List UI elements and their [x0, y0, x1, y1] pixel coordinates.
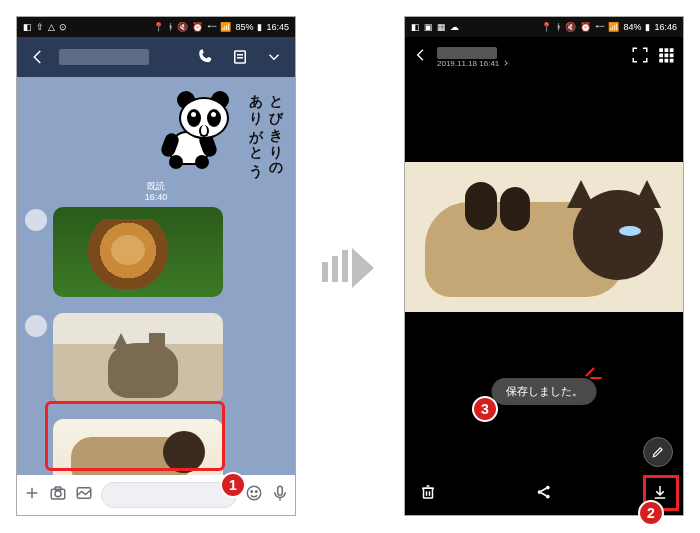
- signal-icon: 📶: [220, 22, 231, 32]
- svg-rect-30: [665, 48, 669, 52]
- add-button[interactable]: [23, 484, 41, 506]
- status-left-icons: ◧ ⇧ △ ⊙: [23, 22, 67, 32]
- mute-icon: 🔇: [565, 22, 576, 32]
- svg-point-24: [247, 486, 261, 500]
- phone-chat-screen: ◧ ⇧ △ ⊙ 📍 ᚼ 🔇 ⏰ ⬳ 📶 85% ▮ 16:45: [16, 16, 296, 516]
- call-button[interactable]: [193, 48, 219, 66]
- back-button[interactable]: [413, 47, 429, 67]
- bluetooth-icon: ᚼ: [168, 22, 173, 32]
- chat-header: [17, 37, 295, 77]
- svg-rect-31: [670, 48, 674, 52]
- image-thumbnail-tabby-cat[interactable]: [53, 313, 223, 403]
- menu-button[interactable]: [261, 48, 287, 66]
- status-bar: ◧ ▣ ▦ ☁ 📍 ᚼ 🔇 ⏰ ⬳ 📶 84% ▮ 16:46: [405, 17, 683, 37]
- fullscreen-button[interactable]: [631, 46, 649, 68]
- image-message-1[interactable]: 16:41: [53, 207, 289, 297]
- image-message-2[interactable]: 16:41: [53, 313, 289, 403]
- svg-rect-33: [665, 54, 669, 58]
- svg-rect-32: [659, 54, 663, 58]
- svg-rect-34: [670, 54, 674, 58]
- battery-icon: ▮: [257, 22, 262, 32]
- bluetooth-icon: ᚼ: [556, 22, 561, 32]
- notification-icon: ◧: [411, 22, 420, 32]
- notification-icon: ◧: [23, 22, 32, 32]
- tutorial-badge-3: 3: [472, 396, 498, 422]
- full-image-siamese-cat[interactable]: [405, 162, 683, 312]
- status-left-icons: ◧ ▣ ▦ ☁: [411, 22, 459, 32]
- tutorial-badge-2: 2: [638, 500, 664, 526]
- status-right-icons: 📍 ᚼ 🔇 ⏰ ⬳ 📶 85% ▮ 16:45: [153, 22, 289, 32]
- lock-icon: △: [48, 22, 55, 32]
- gallery-button[interactable]: [75, 484, 93, 506]
- message-input[interactable]: [101, 482, 237, 508]
- sender-name-redacted: [437, 47, 497, 59]
- edit-button[interactable]: [643, 437, 673, 467]
- delete-button[interactable]: [419, 483, 437, 505]
- camera-button[interactable]: [49, 484, 67, 506]
- location-icon: 📍: [153, 22, 164, 32]
- status-right-icons: 📍 ᚼ 🔇 ⏰ ⬳ 📶 84% ▮ 16:46: [541, 22, 677, 32]
- clock-text: 16:46: [654, 22, 677, 32]
- panda-sticker: [159, 89, 239, 169]
- svg-line-46: [541, 488, 546, 491]
- image-viewer-header: 2019.11.18 16:41: [405, 37, 683, 77]
- alarm-icon: ⏰: [580, 22, 591, 32]
- svg-rect-27: [278, 486, 283, 495]
- battery-text: 85%: [235, 22, 253, 32]
- gallery-status-icon: ▦: [437, 22, 446, 32]
- wifi-icon: ⬳: [207, 22, 216, 32]
- app-icon: ▣: [424, 22, 433, 32]
- svg-point-25: [251, 491, 253, 493]
- settings-icon: ⊙: [59, 22, 67, 32]
- battery-icon: ▮: [645, 22, 650, 32]
- voice-button[interactable]: [271, 484, 289, 506]
- signal-icon: 📶: [608, 22, 619, 32]
- sticker-text: とびきりのありがとう: [246, 85, 285, 170]
- svg-rect-37: [670, 59, 674, 63]
- chat-input-bar: [17, 475, 295, 515]
- alarm-icon: ⏰: [192, 22, 203, 32]
- grid-button[interactable]: [657, 46, 675, 68]
- location-icon: 📍: [541, 22, 552, 32]
- tutorial-badge-1: 1: [220, 472, 246, 498]
- share-button[interactable]: [535, 483, 553, 505]
- read-receipt: 既読 16:40: [23, 181, 289, 203]
- upload-icon: ⇧: [36, 22, 44, 32]
- avatar[interactable]: [25, 209, 47, 231]
- chat-body[interactable]: とびきりのありがとう 既読 16:40 16:41 16:41: [17, 77, 295, 475]
- phone-image-viewer: ◧ ▣ ▦ ☁ 📍 ᚼ 🔇 ⏰ ⬳ 📶 84% ▮ 16:46 2019.11.…: [404, 16, 684, 516]
- battery-text: 84%: [623, 22, 641, 32]
- status-bar: ◧ ⇧ △ ⊙ 📍 ᚼ 🔇 ⏰ ⬳ 📶 85% ▮ 16:45: [17, 17, 295, 37]
- emoji-button[interactable]: [245, 484, 263, 506]
- contact-name-redacted: [59, 49, 149, 65]
- svg-rect-36: [665, 59, 669, 63]
- wifi-icon: ⬳: [595, 22, 604, 32]
- svg-point-21: [55, 491, 61, 497]
- clock-text: 16:45: [266, 22, 289, 32]
- back-button[interactable]: [25, 48, 51, 66]
- tutorial-highlight-1: [45, 401, 225, 471]
- mute-icon: 🔇: [177, 22, 188, 32]
- svg-point-26: [256, 491, 258, 493]
- save-toast: 保存しました。: [492, 378, 597, 405]
- svg-rect-29: [659, 48, 663, 52]
- sticker-message[interactable]: とびきりのありがとう: [23, 81, 289, 181]
- notes-button[interactable]: [227, 48, 253, 66]
- cloud-icon: ☁: [450, 22, 459, 32]
- svg-line-47: [541, 493, 546, 496]
- svg-rect-35: [659, 59, 663, 63]
- avatar[interactable]: [25, 315, 47, 337]
- image-thumbnail-lion[interactable]: [53, 207, 223, 297]
- image-timestamp: 2019.11.18 16:41: [437, 59, 510, 68]
- tutorial-arrow: [322, 248, 382, 288]
- svg-rect-38: [424, 488, 433, 498]
